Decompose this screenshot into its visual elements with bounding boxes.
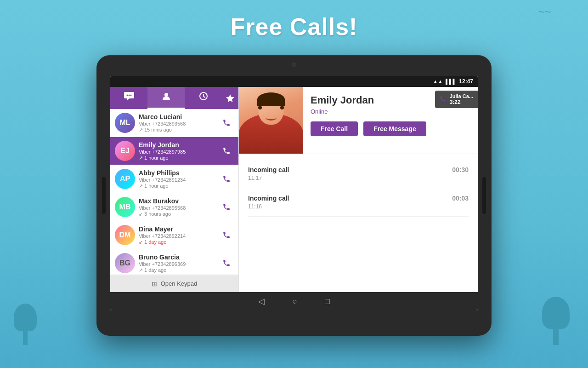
call-entry-type-0: Incoming call [248,166,452,173]
chat-icon [124,92,134,103]
call-toast-icon [440,96,446,104]
right-panel: Emily Jordan Online Free Call Free Messa… [239,87,478,292]
call-btn-max[interactable] [219,200,234,214]
speaker-right [482,177,486,214]
tab-recents[interactable] [185,87,222,109]
profile-photo [239,87,303,154]
tree-right [542,297,570,345]
call-entry-type-1: Incoming call [248,195,452,202]
contact-phone-dina: Viber +72342892214 [139,233,215,239]
free-message-button[interactable]: Free Message [363,121,426,136]
keypad-bar[interactable]: ⊞ Open Keypad [110,275,238,292]
call-entry-duration-0: 00:30 [452,166,469,173]
avatar-marco: ML [115,113,135,133]
avatar-abby: AP [115,169,135,189]
tablet-device: ▲▲ ▌▌▌ 12:47 [96,55,492,336]
tab-chat[interactable] [110,87,147,109]
svg-point-2 [130,95,131,96]
signal-icon: ▌▌▌ [446,79,456,84]
contact-name-dina: Dina Mayer [139,225,215,233]
contact-phone-abby: Viber +72342891234 [139,177,215,183]
call-entry-1: Incoming call 11:16 00:03 [248,188,469,217]
tab-contacts[interactable] [147,87,185,109]
svg-marker-5 [226,94,234,102]
app-container: ML Marco Luciani Viber +72342893568 ↗15 … [110,87,478,292]
contact-item-marco[interactable]: ML Marco Luciani Viber +72342893568 ↗15 … [110,109,238,137]
avatar-max: MB [115,197,135,217]
recents-icon [199,92,208,103]
avatar-dina: DM [115,225,135,245]
svg-point-0 [126,95,128,96]
avatar-emily: EJ [115,141,135,161]
left-panel: ML Marco Luciani Viber +72342893568 ↗15 … [110,87,239,292]
contact-item-max[interactable]: MB Max Burakov Viber +72342895568 ↙3 hou… [110,193,238,221]
contact-time-max: ↙3 hours ago [139,211,215,217]
recents-button[interactable]: □ [325,297,330,306]
contact-info-dina: Dina Mayer Viber +72342892214 ↙1 day ago [139,225,215,245]
contact-name-emily: Emily Jordan [139,141,215,149]
contact-item-emily[interactable]: EJ Emily Jordan Viber +72342897985 ↗1 ho… [110,137,238,165]
contact-name-max: Max Burakov [139,197,215,205]
call-btn-bruno[interactable] [219,256,234,270]
contact-list: ML Marco Luciani Viber +72342893568 ↗15 … [110,109,238,275]
status-bar: ▲▲ ▌▌▌ 12:47 [110,76,478,87]
page-title: Free Calls! [0,13,588,40]
contact-time-bruno: ↗1 day ago [139,267,215,273]
call-entry-time-1: 11:16 [248,203,452,210]
home-button[interactable]: ○ [292,297,297,306]
profile-actions: Free Call Free Message [311,121,470,136]
tree-left [14,304,37,345]
contact-time-marco: ↗15 mins ago [139,127,215,133]
tab-bar [110,87,238,109]
avatar-bruno: BG [115,253,135,273]
profile-header: Emily Jordan Online Free Call Free Messa… [239,87,478,154]
call-entry-0: Incoming call 11:17 00:30 [248,160,469,188]
call-btn-dina[interactable] [219,228,234,242]
call-toast-duration: 3:22 [450,99,473,105]
call-btn-marco[interactable] [219,115,234,130]
camera [292,63,296,67]
call-toast[interactable]: Julia Ca... 3:22 [435,91,478,108]
status-time: 12:47 [459,78,473,85]
contact-name-bruno: Bruno Garcia [139,253,215,261]
bottom-nav: ◁ ○ □ [110,292,478,310]
keypad-grid-icon: ⊞ [152,280,157,288]
back-button[interactable]: ◁ [258,296,265,306]
contact-time-abby: ↗1 hour ago [139,183,215,189]
contact-phone-marco: Viber +72342893568 [139,121,215,126]
svg-point-1 [128,95,130,96]
tab-favorites[interactable] [222,87,238,109]
contact-item-abby[interactable]: AP Abby Phillips Viber +72342891234 ↗1 h… [110,165,238,193]
contact-time-emily: ↗1 hour ago [139,155,215,161]
contact-phone-emily: Viber +72342897985 [139,149,215,155]
contact-item-bruno[interactable]: BG Bruno Garcia Viber +72342896369 ↗1 da… [110,249,238,275]
call-entry-time-0: 11:17 [248,175,452,181]
contact-name-marco: Marco Luciani [139,113,215,121]
call-entry-info-1: Incoming call 11:16 [248,195,452,210]
free-call-button[interactable]: Free Call [311,121,358,136]
wifi-icon: ▲▲ [433,79,443,84]
contact-info-marco: Marco Luciani Viber +72342893568 ↗15 min… [139,113,215,133]
profile-status: Online [311,108,470,115]
speaker-left [102,177,106,214]
contact-time-dina: ↙1 day ago [139,239,215,245]
call-btn-abby[interactable] [219,172,234,186]
contact-phone-max: Viber +72342895568 [139,205,215,211]
contact-info-abby: Abby Phillips Viber +72342891234 ↗1 hour… [139,169,215,189]
contact-info-emily: Emily Jordan Viber +72342897985 ↗1 hour … [139,141,215,161]
contact-phone-bruno: Viber +72342896369 [139,261,215,267]
keypad-bar-label: Open Keypad [161,280,198,287]
svg-point-3 [164,93,168,97]
call-toast-name: Julia Ca... [450,93,473,99]
contact-name-abby: Abby Phillips [139,169,215,177]
call-btn-emily[interactable] [219,144,234,158]
call-toast-info: Julia Ca... 3:22 [450,93,473,105]
tablet-screen: ▲▲ ▌▌▌ 12:47 [110,76,478,310]
call-history: Incoming call 11:17 00:30 Incoming call … [239,154,478,292]
contact-info-bruno: Bruno Garcia Viber +72342896369 ↗1 day a… [139,253,215,273]
call-entry-duration-1: 00:03 [452,195,469,202]
contacts-icon [162,92,171,103]
contact-info-max: Max Burakov Viber +72342895568 ↙3 hours … [139,197,215,217]
call-entry-info-0: Incoming call 11:17 [248,166,452,181]
contact-item-dina[interactable]: DM Dina Mayer Viber +72342892214 ↙1 day … [110,221,238,249]
